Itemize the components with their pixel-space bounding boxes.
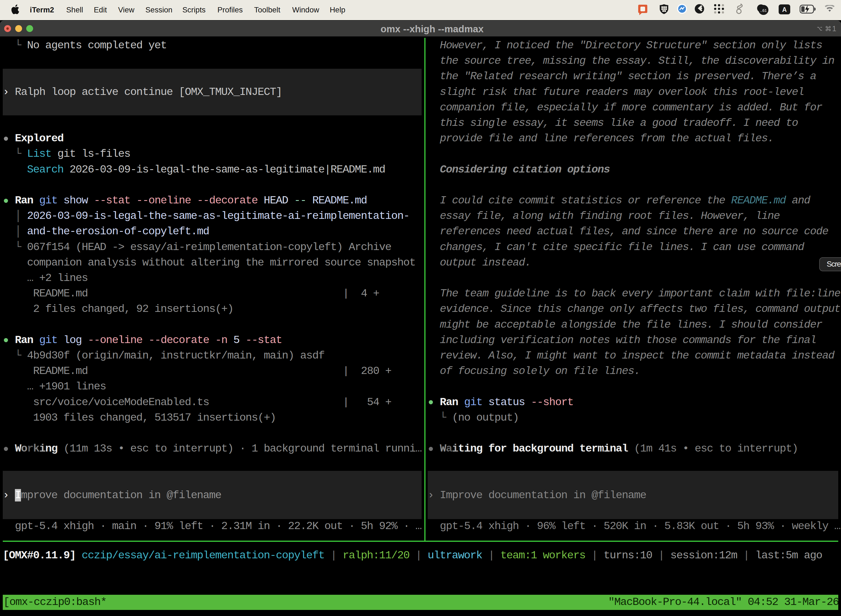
svg-text:A: A — [782, 6, 787, 13]
svg-text:..61: ..61 — [760, 8, 767, 13]
